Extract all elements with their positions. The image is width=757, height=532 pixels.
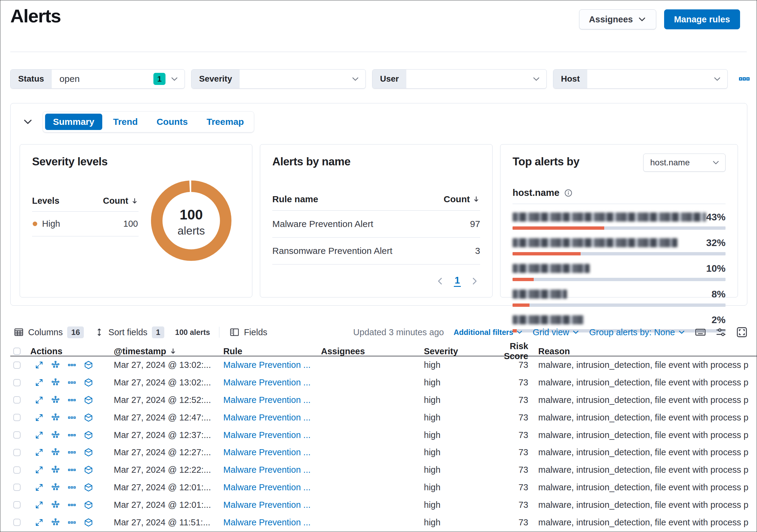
rule-link[interactable]: Malware Prevention ... xyxy=(223,360,311,370)
grid-view-button[interactable]: Grid view xyxy=(532,327,579,337)
more-actions-button[interactable] xyxy=(68,431,76,439)
more-actions-button[interactable] xyxy=(68,518,76,526)
session-view-button[interactable] xyxy=(84,448,93,457)
row-checkbox[interactable] xyxy=(13,484,20,491)
expand-alert-button[interactable] xyxy=(35,448,43,457)
analyze-event-button[interactable] xyxy=(51,396,60,404)
expand-alert-button[interactable] xyxy=(35,378,43,387)
info-icon[interactable] xyxy=(564,189,572,197)
keyboard-shortcuts-button[interactable] xyxy=(695,327,706,338)
analyze-event-button[interactable] xyxy=(51,361,60,369)
assignees-button[interactable]: Assignees xyxy=(579,9,656,29)
row-checkbox[interactable] xyxy=(13,519,20,526)
session-view-button[interactable] xyxy=(84,413,93,422)
expand-alert-button[interactable] xyxy=(35,501,43,509)
more-filters-button[interactable] xyxy=(737,71,751,86)
expand-alert-button[interactable] xyxy=(35,518,43,526)
rule-link[interactable]: Malware Prevention ... xyxy=(223,465,311,475)
manage-rules-button[interactable]: Manage rules xyxy=(664,9,740,29)
previous-page-button[interactable] xyxy=(436,277,445,286)
more-actions-button[interactable] xyxy=(68,361,76,369)
row-checkbox[interactable] xyxy=(13,379,20,386)
session-view-button[interactable] xyxy=(84,518,93,527)
analyze-event-button[interactable] xyxy=(51,378,60,387)
row-checkbox[interactable] xyxy=(13,431,20,438)
expand-alert-button[interactable] xyxy=(35,361,43,369)
rule-link[interactable]: Malware Prevention ... xyxy=(223,413,311,422)
severity-filter[interactable]: Severity xyxy=(191,69,366,89)
expand-alert-button[interactable] xyxy=(35,396,43,404)
additional-filters-button[interactable]: Additional filters xyxy=(454,328,523,337)
field-header: host.name xyxy=(513,187,560,198)
analyze-event-button[interactable] xyxy=(51,413,60,422)
more-actions-button[interactable] xyxy=(68,378,76,387)
rule-link[interactable]: Malware Prevention ... xyxy=(223,430,311,440)
analyze-event-button[interactable] xyxy=(51,483,60,491)
count-column-header[interactable]: Count xyxy=(443,194,470,204)
row-checkbox[interactable] xyxy=(13,449,20,456)
row-checkbox[interactable] xyxy=(13,466,20,474)
session-view-button[interactable] xyxy=(84,361,93,369)
row-checkbox[interactable] xyxy=(13,501,20,508)
host-filter[interactable]: Host xyxy=(553,69,728,89)
tab-summary[interactable]: Summary xyxy=(45,114,102,130)
analyze-event-button[interactable] xyxy=(51,518,60,526)
expand-alert-button[interactable] xyxy=(35,413,43,422)
table-row: Mar 27, 2024 @ 12:01:... Malware Prevent… xyxy=(10,479,757,496)
columns-button[interactable]: Columns 16 xyxy=(14,326,84,338)
sort-fields-button[interactable]: Sort fields 1 xyxy=(95,326,164,338)
session-view-button[interactable] xyxy=(84,501,93,509)
tab-treemap[interactable]: Treemap xyxy=(199,114,252,130)
count-column-header[interactable]: Count xyxy=(103,196,128,206)
analyze-event-button[interactable] xyxy=(51,466,60,474)
more-actions-button[interactable] xyxy=(68,396,76,404)
user-filter[interactable]: User xyxy=(372,69,547,89)
risk-score-column-header[interactable]: Risk Score xyxy=(487,341,528,361)
fields-button[interactable]: Fields xyxy=(230,327,267,337)
rule-column-header[interactable]: Rule xyxy=(223,347,321,356)
session-view-button[interactable] xyxy=(84,483,93,492)
row-checkbox[interactable] xyxy=(13,396,20,404)
status-filter[interactable]: Status open 1 xyxy=(10,69,185,89)
expand-alert-button[interactable] xyxy=(35,466,43,474)
select-all-checkbox[interactable] xyxy=(13,348,20,355)
session-view-button[interactable] xyxy=(84,465,93,474)
expand-alert-button[interactable] xyxy=(35,431,43,439)
rule-link[interactable]: Malware Prevention ... xyxy=(223,518,311,527)
page-1-button[interactable]: 1 xyxy=(454,275,461,287)
top-alerts-field-select[interactable]: host.name xyxy=(643,154,726,172)
collapse-summary-button[interactable] xyxy=(23,117,33,127)
next-page-button[interactable] xyxy=(470,277,479,286)
more-actions-button[interactable] xyxy=(68,413,76,422)
more-actions-button[interactable] xyxy=(68,448,76,457)
rule-link[interactable]: Malware Prevention ... xyxy=(223,378,311,387)
session-view-button[interactable] xyxy=(84,431,93,439)
session-view-button[interactable] xyxy=(84,396,93,405)
alert-timestamp: Mar 27, 2024 @ 12:37:... xyxy=(114,430,223,440)
analyze-event-button[interactable] xyxy=(51,501,60,509)
assignees-column-header[interactable]: Assignees xyxy=(321,347,424,356)
more-actions-button[interactable] xyxy=(68,466,76,474)
more-actions-button[interactable] xyxy=(68,483,76,491)
tab-trend[interactable]: Trend xyxy=(105,114,146,130)
severity-column-header[interactable]: Severity xyxy=(424,347,487,356)
analyze-event-button[interactable] xyxy=(51,431,60,439)
rule-link[interactable]: Malware Prevention ... xyxy=(223,500,311,510)
analyze-event-button[interactable] xyxy=(51,448,60,457)
rule-link[interactable]: Malware Prevention ... xyxy=(223,483,311,492)
row-checkbox[interactable] xyxy=(13,414,20,421)
risk-score-cell: 73 xyxy=(487,378,528,387)
row-checkbox[interactable] xyxy=(13,361,20,369)
reason-column-header[interactable]: Reason xyxy=(528,347,757,356)
rule-link[interactable]: Malware Prevention ... xyxy=(223,447,311,457)
alert-timestamp: Mar 27, 2024 @ 12:22:... xyxy=(114,465,223,475)
fullscreen-button[interactable] xyxy=(736,326,748,338)
session-view-button[interactable] xyxy=(84,378,93,387)
rule-link[interactable]: Malware Prevention ... xyxy=(223,395,311,405)
group-alerts-button[interactable]: Group alerts by: None xyxy=(589,327,685,337)
display-options-button[interactable] xyxy=(715,327,726,338)
more-actions-button[interactable] xyxy=(68,501,76,509)
tab-counts[interactable]: Counts xyxy=(149,114,196,130)
expand-alert-button[interactable] xyxy=(35,483,43,491)
timestamp-column-header[interactable]: @timestamp xyxy=(114,347,223,356)
